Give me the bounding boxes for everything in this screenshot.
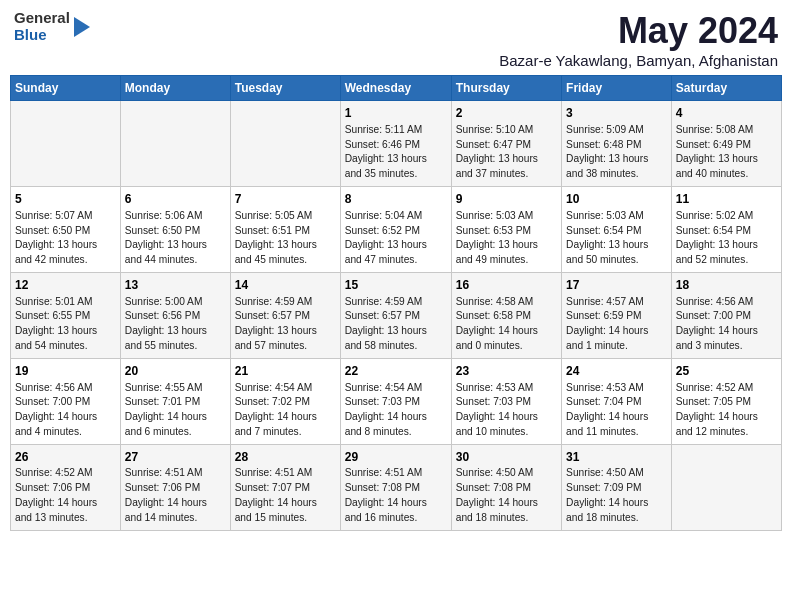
day-info: Sunrise: 4:53 AM Sunset: 7:04 PM Dayligh… <box>566 381 667 440</box>
calendar-cell: 25Sunrise: 4:52 AM Sunset: 7:05 PM Dayli… <box>671 358 781 444</box>
calendar-cell: 17Sunrise: 4:57 AM Sunset: 6:59 PM Dayli… <box>562 272 672 358</box>
calendar-cell: 8Sunrise: 5:04 AM Sunset: 6:52 PM Daylig… <box>340 186 451 272</box>
day-number: 9 <box>456 191 557 208</box>
calendar-cell: 28Sunrise: 4:51 AM Sunset: 7:07 PM Dayli… <box>230 444 340 530</box>
day-number: 21 <box>235 363 336 380</box>
calendar-cell: 29Sunrise: 4:51 AM Sunset: 7:08 PM Dayli… <box>340 444 451 530</box>
calendar-cell: 14Sunrise: 4:59 AM Sunset: 6:57 PM Dayli… <box>230 272 340 358</box>
calendar-cell: 13Sunrise: 5:00 AM Sunset: 6:56 PM Dayli… <box>120 272 230 358</box>
logo-icon <box>72 13 92 41</box>
day-header-sunday: Sunday <box>11 76 121 101</box>
day-info: Sunrise: 5:05 AM Sunset: 6:51 PM Dayligh… <box>235 209 336 268</box>
day-info: Sunrise: 4:56 AM Sunset: 7:00 PM Dayligh… <box>15 381 116 440</box>
calendar-header: SundayMondayTuesdayWednesdayThursdayFrid… <box>11 76 782 101</box>
day-number: 22 <box>345 363 447 380</box>
calendar-cell: 23Sunrise: 4:53 AM Sunset: 7:03 PM Dayli… <box>451 358 561 444</box>
day-info: Sunrise: 5:08 AM Sunset: 6:49 PM Dayligh… <box>676 123 777 182</box>
calendar-cell: 24Sunrise: 4:53 AM Sunset: 7:04 PM Dayli… <box>562 358 672 444</box>
day-info: Sunrise: 5:00 AM Sunset: 6:56 PM Dayligh… <box>125 295 226 354</box>
day-number: 11 <box>676 191 777 208</box>
day-number: 24 <box>566 363 667 380</box>
calendar-week-1: 1Sunrise: 5:11 AM Sunset: 6:46 PM Daylig… <box>11 101 782 187</box>
page-header: General Blue May 2024 Bazar-e Yakawlang,… <box>10 10 782 69</box>
day-number: 3 <box>566 105 667 122</box>
day-number: 26 <box>15 449 116 466</box>
day-number: 28 <box>235 449 336 466</box>
day-info: Sunrise: 4:59 AM Sunset: 6:57 PM Dayligh… <box>345 295 447 354</box>
day-info: Sunrise: 4:50 AM Sunset: 7:08 PM Dayligh… <box>456 466 557 525</box>
calendar-cell: 16Sunrise: 4:58 AM Sunset: 6:58 PM Dayli… <box>451 272 561 358</box>
day-info: Sunrise: 5:02 AM Sunset: 6:54 PM Dayligh… <box>676 209 777 268</box>
day-number: 18 <box>676 277 777 294</box>
day-info: Sunrise: 4:51 AM Sunset: 7:06 PM Dayligh… <box>125 466 226 525</box>
calendar-cell: 4Sunrise: 5:08 AM Sunset: 6:49 PM Daylig… <box>671 101 781 187</box>
day-number: 5 <box>15 191 116 208</box>
calendar-cell: 11Sunrise: 5:02 AM Sunset: 6:54 PM Dayli… <box>671 186 781 272</box>
day-number: 27 <box>125 449 226 466</box>
day-number: 13 <box>125 277 226 294</box>
day-number: 7 <box>235 191 336 208</box>
day-info: Sunrise: 4:58 AM Sunset: 6:58 PM Dayligh… <box>456 295 557 354</box>
day-number: 31 <box>566 449 667 466</box>
calendar-body: 1Sunrise: 5:11 AM Sunset: 6:46 PM Daylig… <box>11 101 782 531</box>
day-number: 2 <box>456 105 557 122</box>
calendar-cell: 10Sunrise: 5:03 AM Sunset: 6:54 PM Dayli… <box>562 186 672 272</box>
calendar-cell <box>671 444 781 530</box>
title-block: May 2024 Bazar-e Yakawlang, Bamyan, Afgh… <box>499 10 778 69</box>
day-info: Sunrise: 4:53 AM Sunset: 7:03 PM Dayligh… <box>456 381 557 440</box>
calendar-cell: 18Sunrise: 4:56 AM Sunset: 7:00 PM Dayli… <box>671 272 781 358</box>
calendar-cell: 15Sunrise: 4:59 AM Sunset: 6:57 PM Dayli… <box>340 272 451 358</box>
day-header-tuesday: Tuesday <box>230 76 340 101</box>
month-title: May 2024 <box>499 10 778 52</box>
calendar-cell: 21Sunrise: 4:54 AM Sunset: 7:02 PM Dayli… <box>230 358 340 444</box>
calendar-cell: 6Sunrise: 5:06 AM Sunset: 6:50 PM Daylig… <box>120 186 230 272</box>
day-info: Sunrise: 4:52 AM Sunset: 7:05 PM Dayligh… <box>676 381 777 440</box>
calendar-cell: 20Sunrise: 4:55 AM Sunset: 7:01 PM Dayli… <box>120 358 230 444</box>
day-info: Sunrise: 5:06 AM Sunset: 6:50 PM Dayligh… <box>125 209 226 268</box>
calendar-cell: 3Sunrise: 5:09 AM Sunset: 6:48 PM Daylig… <box>562 101 672 187</box>
day-info: Sunrise: 5:03 AM Sunset: 6:54 PM Dayligh… <box>566 209 667 268</box>
day-number: 1 <box>345 105 447 122</box>
day-number: 12 <box>15 277 116 294</box>
day-info: Sunrise: 5:11 AM Sunset: 6:46 PM Dayligh… <box>345 123 447 182</box>
logo-blue: Blue <box>14 27 70 44</box>
calendar-cell: 19Sunrise: 4:56 AM Sunset: 7:00 PM Dayli… <box>11 358 121 444</box>
day-info: Sunrise: 4:57 AM Sunset: 6:59 PM Dayligh… <box>566 295 667 354</box>
calendar-cell <box>11 101 121 187</box>
svg-marker-0 <box>74 17 90 37</box>
day-number: 23 <box>456 363 557 380</box>
calendar-cell: 26Sunrise: 4:52 AM Sunset: 7:06 PM Dayli… <box>11 444 121 530</box>
day-header-monday: Monday <box>120 76 230 101</box>
day-info: Sunrise: 5:03 AM Sunset: 6:53 PM Dayligh… <box>456 209 557 268</box>
day-info: Sunrise: 4:50 AM Sunset: 7:09 PM Dayligh… <box>566 466 667 525</box>
day-number: 10 <box>566 191 667 208</box>
day-info: Sunrise: 5:10 AM Sunset: 6:47 PM Dayligh… <box>456 123 557 182</box>
logo-text: General Blue <box>14 10 70 43</box>
day-number: 17 <box>566 277 667 294</box>
calendar-cell: 9Sunrise: 5:03 AM Sunset: 6:53 PM Daylig… <box>451 186 561 272</box>
day-info: Sunrise: 4:56 AM Sunset: 7:00 PM Dayligh… <box>676 295 777 354</box>
day-number: 30 <box>456 449 557 466</box>
day-info: Sunrise: 4:51 AM Sunset: 7:08 PM Dayligh… <box>345 466 447 525</box>
day-info: Sunrise: 4:55 AM Sunset: 7:01 PM Dayligh… <box>125 381 226 440</box>
calendar-cell <box>230 101 340 187</box>
day-number: 6 <box>125 191 226 208</box>
calendar-cell: 2Sunrise: 5:10 AM Sunset: 6:47 PM Daylig… <box>451 101 561 187</box>
calendar-week-2: 5Sunrise: 5:07 AM Sunset: 6:50 PM Daylig… <box>11 186 782 272</box>
calendar-week-3: 12Sunrise: 5:01 AM Sunset: 6:55 PM Dayli… <box>11 272 782 358</box>
day-number: 16 <box>456 277 557 294</box>
calendar-cell <box>120 101 230 187</box>
day-number: 8 <box>345 191 447 208</box>
calendar-cell: 22Sunrise: 4:54 AM Sunset: 7:03 PM Dayli… <box>340 358 451 444</box>
calendar-cell: 1Sunrise: 5:11 AM Sunset: 6:46 PM Daylig… <box>340 101 451 187</box>
calendar-cell: 30Sunrise: 4:50 AM Sunset: 7:08 PM Dayli… <box>451 444 561 530</box>
day-info: Sunrise: 5:09 AM Sunset: 6:48 PM Dayligh… <box>566 123 667 182</box>
calendar-week-5: 26Sunrise: 4:52 AM Sunset: 7:06 PM Dayli… <box>11 444 782 530</box>
days-header-row: SundayMondayTuesdayWednesdayThursdayFrid… <box>11 76 782 101</box>
day-header-wednesday: Wednesday <box>340 76 451 101</box>
logo: General Blue <box>14 10 92 43</box>
day-header-thursday: Thursday <box>451 76 561 101</box>
day-info: Sunrise: 4:54 AM Sunset: 7:03 PM Dayligh… <box>345 381 447 440</box>
day-info: Sunrise: 5:07 AM Sunset: 6:50 PM Dayligh… <box>15 209 116 268</box>
day-number: 29 <box>345 449 447 466</box>
